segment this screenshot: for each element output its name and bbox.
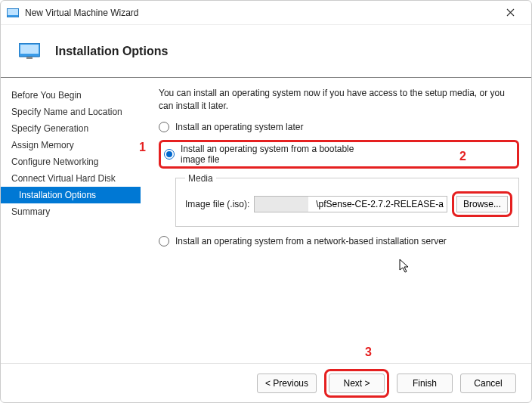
previous-button[interactable]: < Previous bbox=[257, 374, 317, 393]
radio-icon-checked bbox=[164, 149, 175, 160]
svg-rect-3 bbox=[20, 45, 39, 54]
step-connect-vhd[interactable]: Connect Virtual Hard Disk bbox=[1, 170, 141, 187]
radio-icon bbox=[159, 236, 169, 246]
image-file-label: Image file (.iso): bbox=[185, 199, 249, 209]
step-specify-generation[interactable]: Specify Generation bbox=[1, 120, 141, 137]
radio-label: Install an operating system later bbox=[175, 122, 303, 132]
highlight-2: Browse... bbox=[452, 191, 512, 217]
page-title: Installation Options bbox=[55, 45, 168, 58]
step-assign-memory[interactable]: Assign Memory bbox=[1, 137, 141, 153]
radio-install-network[interactable]: Install an operating system from a netwo… bbox=[159, 236, 519, 246]
iso-path-input[interactable] bbox=[254, 196, 447, 212]
radio-label: Install an operating system from a netwo… bbox=[175, 236, 447, 246]
wizard-steps-sidebar: Before You Begin Specify Name and Locati… bbox=[1, 78, 141, 363]
browse-button[interactable]: Browse... bbox=[456, 196, 508, 212]
svg-rect-1 bbox=[8, 9, 18, 15]
close-button[interactable] bbox=[495, 2, 525, 23]
step-summary[interactable]: Summary bbox=[1, 203, 141, 220]
step-configure-networking[interactable]: Configure Networking bbox=[1, 153, 141, 170]
main-panel: You can install an operating system now … bbox=[141, 78, 531, 363]
next-button[interactable]: Next > bbox=[329, 374, 385, 393]
radio-label: Install an operating system from a boota… bbox=[181, 144, 358, 165]
wizard-header: Installation Options bbox=[1, 25, 531, 78]
media-fieldset: Media Image file (.iso): Browse... bbox=[175, 173, 519, 227]
step-installation-options[interactable]: Installation Options bbox=[1, 187, 141, 203]
window-title: New Virtual Machine Wizard bbox=[25, 8, 139, 18]
monitor-icon bbox=[19, 43, 40, 60]
step-specify-name[interactable]: Specify Name and Location bbox=[1, 104, 141, 120]
titlebar: New Virtual Machine Wizard bbox=[1, 1, 531, 25]
media-legend: Media bbox=[185, 173, 216, 184]
cancel-button[interactable]: Cancel bbox=[460, 374, 516, 393]
annotation-3: 3 bbox=[365, 346, 372, 359]
radio-install-later[interactable]: Install an operating system later bbox=[159, 122, 519, 132]
app-icon bbox=[7, 8, 19, 17]
step-before-you-begin[interactable]: Before You Begin bbox=[1, 87, 141, 104]
radio-install-bootable[interactable]: Install an operating system from a boota… bbox=[164, 144, 358, 165]
svg-rect-4 bbox=[26, 57, 32, 59]
wizard-footer: < Previous Next > Finish Cancel 3 bbox=[1, 363, 531, 402]
highlight-3: Next > bbox=[324, 369, 389, 398]
finish-button[interactable]: Finish bbox=[397, 374, 453, 393]
annotation-1: 1 bbox=[139, 141, 146, 154]
media-row: Image file (.iso): Browse... bbox=[185, 191, 512, 217]
annotation-2: 2 bbox=[459, 150, 466, 163]
wizard-window: New Virtual Machine Wizard Installation … bbox=[0, 0, 532, 403]
radio-icon bbox=[159, 122, 169, 132]
intro-text: You can install an operating system now … bbox=[159, 87, 519, 113]
wizard-body: Before You Begin Specify Name and Locati… bbox=[1, 78, 531, 363]
